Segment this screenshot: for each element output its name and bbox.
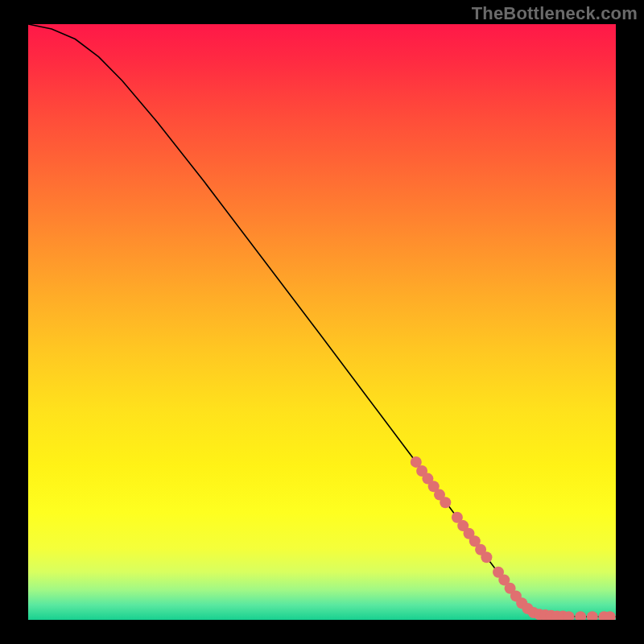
marker-point <box>440 497 451 508</box>
chart-overlay <box>28 24 616 620</box>
plot-area <box>28 24 616 620</box>
chart-container: TheBottleneck.com <box>0 0 644 644</box>
watermark-label: TheBottleneck.com <box>472 3 638 24</box>
marker-point <box>587 611 598 620</box>
marker-point <box>575 611 586 620</box>
highlight-markers <box>411 456 616 620</box>
bottleneck-curve <box>28 24 616 617</box>
marker-point <box>481 551 492 563</box>
